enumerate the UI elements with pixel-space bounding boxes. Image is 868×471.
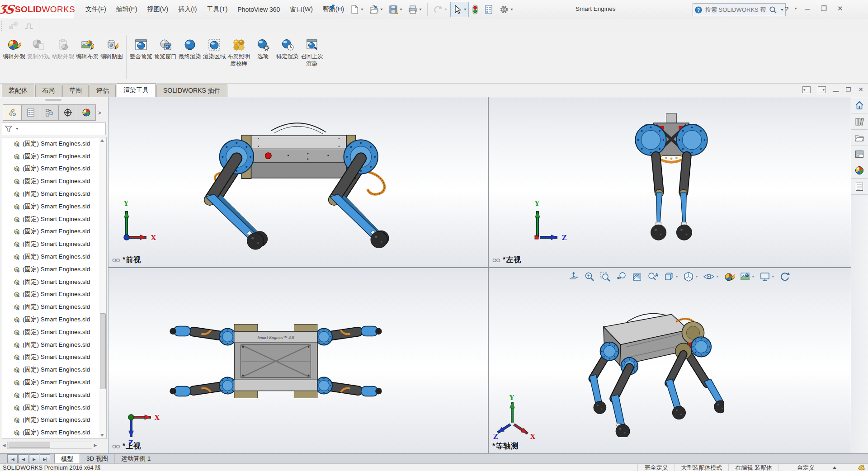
tree-item-11[interactable]: (固定) Smart Engines.sld (2, 276, 106, 288)
rotate-view-icon[interactable] (778, 270, 791, 283)
options-gear-button[interactable] (497, 2, 515, 17)
ribbon-button-paste-appearance[interactable]: 粘贴外观 (51, 33, 75, 60)
tree-item-14[interactable]: (固定) Smart Engines.sld (2, 313, 106, 326)
tree-vertical-scrollbar[interactable] (99, 138, 106, 438)
tree-item-18[interactable]: (固定) Smart Engines.sld (2, 363, 106, 376)
magnify-icon[interactable] (599, 270, 612, 283)
search-caret-icon[interactable] (781, 9, 783, 11)
child-minimize-button[interactable] (833, 91, 839, 92)
tree-item-20[interactable]: (固定) Smart Engines.sld (2, 389, 106, 401)
ribbon-button-preview-window[interactable]: 预览窗口 (153, 33, 178, 60)
tree-item-6[interactable]: (固定) Smart Engines.sld (2, 213, 106, 226)
disabled-tool-icon-2[interactable] (21, 18, 37, 33)
tab-render-tools[interactable]: 渲染工具 (117, 83, 156, 97)
tree-item-22[interactable]: (固定) Smart Engines.sld (2, 414, 106, 427)
tree-horizontal-scrollbar[interactable]: ◀ ▶ (1, 441, 99, 450)
ribbon-button-scene-illumination-proof[interactable]: 布景照明度校样 (226, 33, 251, 68)
hide-show-items-icon[interactable] (702, 270, 720, 283)
ribbon-button-recall-last-render[interactable]: 召回上次渲染 (300, 33, 324, 68)
panel-splitter-handle[interactable] (45, 99, 61, 101)
print-button[interactable] (406, 2, 424, 17)
previous-view-icon[interactable] (615, 270, 627, 283)
scroll-right-icon[interactable]: ▶ (92, 442, 99, 448)
tag-icon[interactable] (857, 464, 865, 471)
tree-item-4[interactable]: (固定) Smart Engines.sld (2, 188, 106, 200)
undo-button[interactable] (431, 2, 449, 17)
minimize-button[interactable]: ─ (802, 5, 813, 13)
help-search-box[interactable]: ? (693, 3, 786, 16)
tab-sketch[interactable]: 草图 (62, 85, 89, 97)
dimxpertmanager-tab[interactable] (58, 104, 77, 121)
viewport-front[interactable]: YX*前视 (108, 97, 488, 267)
ribbon-button-integrated-preview[interactable]: 整合预览 (129, 33, 153, 60)
tree-item-8[interactable]: (固定) Smart Engines.sld (2, 238, 106, 250)
save-button[interactable]: ! (386, 2, 405, 17)
menu-item-file[interactable]: 文件(F) (80, 0, 111, 19)
tree-item-0[interactable]: (固定) Smart Engines.sld (2, 137, 106, 150)
scrollbar-thumb[interactable] (100, 313, 106, 389)
ribbon-button-copy-appearance[interactable]: 复制外观 (26, 33, 51, 60)
search-input[interactable] (704, 6, 767, 14)
zoom-to-area-icon[interactable] (583, 270, 596, 283)
view-palette-icon[interactable] (851, 146, 868, 162)
tree-item-5[interactable]: (固定) Smart Engines.sld (2, 200, 106, 213)
apply-scene-icon[interactable] (739, 270, 755, 283)
tree-item-19[interactable]: (固定) Smart Engines.sld (2, 376, 106, 389)
tree-item-2[interactable]: (固定) Smart Engines.sld (2, 163, 106, 175)
tree-item-23[interactable]: (固定) Smart Engines.sld (2, 426, 106, 439)
custom-properties-icon[interactable] (851, 179, 868, 195)
open-button[interactable] (367, 2, 385, 17)
interference-lights-button[interactable] (470, 2, 481, 17)
appearances-icon[interactable] (851, 162, 868, 179)
disabled-tool-icon-1[interactable] (6, 18, 21, 33)
tab-nav-last-icon[interactable]: ▶| (40, 454, 50, 464)
filter-caret-icon[interactable] (16, 128, 19, 130)
tree-item-1[interactable]: (固定) Smart Engines.sld (2, 150, 106, 163)
tab-assembly[interactable]: 装配体 (2, 85, 34, 97)
tree-item-9[interactable]: (固定) Smart Engines.sld (2, 250, 106, 263)
tab-nav-next-icon[interactable]: ▶ (29, 454, 39, 464)
dock-right-icon[interactable]: ▸ (818, 86, 826, 93)
toolbar-grip[interactable] (1, 20, 3, 31)
search-icon[interactable] (769, 6, 777, 14)
doc-tab-motion-study-1[interactable]: 运动算例 1 (115, 454, 157, 464)
design-library-icon[interactable] (851, 113, 868, 130)
view-orientation-icon[interactable] (662, 270, 679, 283)
tree-item-15[interactable]: (固定) Smart Engines.sld (2, 326, 106, 339)
tree-item-21[interactable]: (固定) Smart Engines.sld (2, 401, 106, 414)
tree-item-12[interactable]: (固定) Smart Engines.sld (2, 288, 106, 301)
hscroll-track[interactable] (7, 442, 92, 449)
viewport-isometric[interactable]: YXZ*等轴测A (489, 268, 851, 453)
ribbon-button-options[interactable]: 选项 (251, 33, 275, 60)
tree-item-17[interactable]: (固定) Smart Engines.sld (2, 351, 106, 364)
menu-item-insert[interactable]: 插入(I) (173, 0, 202, 19)
help-caret-icon[interactable] (794, 8, 797, 9)
help-button[interactable]: ? (785, 5, 788, 13)
zoom-to-fit-icon[interactable] (567, 270, 580, 283)
tab-nav-prev-icon[interactable]: ◀ (18, 454, 28, 464)
propertymanager-tab[interactable] (21, 104, 40, 121)
tree-item-13[interactable]: (固定) Smart Engines.sld (2, 301, 106, 313)
tree-item-7[interactable]: (固定) Smart Engines.sld (2, 226, 106, 238)
restore-button[interactable]: ❐ (818, 5, 830, 13)
tab-nav-first-icon[interactable]: |◀ (7, 454, 18, 464)
child-restore-button[interactable]: ❐ (846, 86, 851, 93)
new-document-button[interactable] (347, 2, 366, 17)
menu-item-view[interactable]: 视图(V) (142, 0, 174, 19)
doc-tab-model[interactable]: 模型 (54, 454, 80, 464)
configurationmanager-tab[interactable] (40, 104, 59, 121)
ribbon-button-edit-scene[interactable]: 编辑布景 (75, 33, 99, 60)
design-report-button[interactable] (481, 2, 496, 17)
viewport-top[interactable]: Smart Engines™ 4.0 XZ*上视 (108, 268, 488, 453)
edit-appearance-hud-icon[interactable] (723, 270, 736, 283)
view-settings-icon[interactable] (759, 270, 775, 283)
menu-item-tools[interactable]: 工具(T) (202, 0, 232, 19)
ribbon-button-edit-decal[interactable]: 编辑贴图 (99, 33, 124, 60)
status-expand-icon[interactable] (833, 466, 836, 469)
ribbon-button-render-region[interactable]: 渲染区域 (202, 33, 226, 60)
menu-item-window[interactable]: 窗口(W) (285, 0, 318, 19)
tab-evaluate[interactable]: 评估 (90, 85, 116, 97)
tab-solidworks-addins[interactable]: SOLIDWORKS 插件 (156, 85, 227, 97)
section-view-icon[interactable] (631, 270, 643, 283)
viewport-left[interactable]: YZ*左视 (489, 97, 851, 267)
